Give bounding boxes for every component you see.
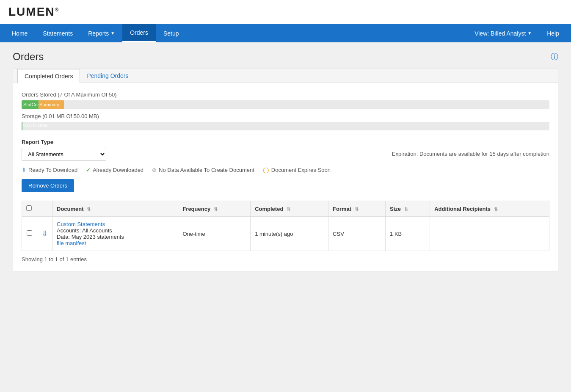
sort-size-icon[interactable]: ⇅ — [404, 207, 408, 212]
th-size: Size ⇅ — [386, 201, 430, 217]
sort-frequency-icon[interactable]: ⇅ — [214, 207, 218, 212]
remove-orders-button[interactable]: Remove Orders — [22, 179, 74, 192]
row-completed-cell: 1 minute(s) ago — [251, 217, 328, 251]
th-recipients: Additional Recipients ⇅ — [430, 201, 549, 217]
legend-expires-label: Document Expires Soon — [271, 167, 331, 173]
storage-section: Orders Stored (7 Of A Maximum Of 50) Sta… — [22, 91, 549, 130]
nav-setup[interactable]: Setup — [156, 24, 187, 42]
ban-icon: ⊘ — [152, 167, 157, 173]
showing-text: Showing 1 to 1 of 1 entries — [22, 256, 549, 262]
orders-stored-label: Orders Stored (7 Of A Maximum Of 50) — [22, 91, 549, 98]
pending-orders-tab-label: Pending Orders — [87, 72, 128, 79]
nav-bar: Home Statements Reports ▼ Orders Setup V… — [0, 24, 571, 42]
top-header: LUMEN® — [0, 0, 571, 24]
storage-pct-value: 0.01 — [23, 123, 32, 128]
legend-expires-soon: ◯ Document Expires Soon — [263, 167, 331, 173]
orders-progress-fill: StatCos Summary — [22, 100, 549, 109]
tab-completed-orders[interactable]: Completed Orders — [17, 69, 80, 83]
tab-body: Orders Stored (7 Of A Maximum Of 50) Sta… — [13, 83, 558, 271]
download-icon: ⇩ — [22, 167, 26, 173]
completed-orders-tab-label: Completed Orders — [25, 73, 73, 80]
nav-setup-label: Setup — [163, 30, 179, 37]
nav-view-analyst[interactable]: View: Billed Analyst ▼ — [467, 25, 539, 42]
row-download-icon-cell: ⇩ — [37, 217, 52, 251]
nav-orders[interactable]: Orders — [122, 24, 156, 42]
clock-icon: ◯ — [263, 167, 269, 173]
row-checkbox-cell — [22, 217, 37, 251]
row-download-icon[interactable]: ⇩ — [41, 229, 48, 238]
expiration-text: Expiration: Documents are available for … — [392, 151, 549, 157]
legend-downloaded-label: Already Downloaded — [93, 167, 143, 173]
th-icon — [37, 201, 52, 217]
report-type-label: Report Type — [22, 139, 106, 145]
row-size-cell: 1 KB — [386, 217, 430, 251]
row-checkbox[interactable] — [27, 230, 32, 236]
legend-ready-label: Ready To Download — [28, 167, 77, 173]
report-type-select[interactable]: All Statements Custom Statements Invoice… — [22, 148, 106, 161]
row-doc-accounts: Accounts: All Accounts — [57, 227, 112, 234]
nav-reports[interactable]: Reports ▼ — [80, 24, 122, 42]
th-completed: Completed ⇅ — [251, 201, 328, 217]
orders-progress-track: StatCos Summary — [22, 100, 549, 109]
page-header: Orders ⓘ — [13, 51, 558, 63]
report-type-row: Report Type All Statements Custom Statem… — [22, 139, 549, 161]
nav-help-label: Help — [547, 30, 559, 37]
progress-segment-summary: Summary — [39, 100, 64, 109]
th-document-label: Document — [57, 206, 84, 212]
nav-view-analyst-label: View: Billed Analyst — [474, 30, 526, 37]
legend-no-data: ⊘ No Data Available To Create Document — [152, 167, 254, 173]
nav-statements[interactable]: Statements — [35, 24, 80, 42]
sort-recipients-icon[interactable]: ⇅ — [494, 207, 498, 212]
page-content: Orders ⓘ Completed Orders Pending Orders… — [0, 42, 571, 375]
row-doc-data: Data: May 2023 statements — [57, 234, 124, 240]
nav-right: View: Billed Analyst ▼ Help — [467, 24, 567, 42]
storage-progress-track: 0.01% Used — [22, 122, 549, 130]
orders-table: Document ⇅ Frequency ⇅ Completed ⇅ For — [22, 201, 549, 251]
progress-segment-statcos: StatCos — [22, 100, 39, 109]
storage-progress-fill: 0.01% Used — [22, 122, 22, 130]
check-icon: ✔ — [86, 167, 91, 173]
row-format-cell: CSV — [328, 217, 386, 251]
legend-already-downloaded: ✔ Already Downloaded — [86, 167, 143, 173]
table-row: ⇩ Custom Statements Accounts: All Accoun… — [22, 217, 549, 251]
sort-completed-icon[interactable]: ⇅ — [287, 207, 290, 212]
summary-label: Summary — [39, 102, 59, 107]
select-all-checkbox[interactable] — [26, 205, 32, 211]
analyst-caret-icon: ▼ — [527, 31, 532, 36]
sort-document-icon[interactable]: ⇅ — [87, 207, 91, 212]
legend-nodata-label: No Data Available To Create Document — [159, 167, 254, 173]
row-recipients-cell — [430, 217, 549, 251]
storage-used-text: 0.01% Used — [23, 123, 49, 128]
row-doc-name-link[interactable]: Custom Statements — [57, 221, 105, 227]
th-frequency-label: Frequency — [182, 206, 210, 212]
nav-home[interactable]: Home — [4, 24, 35, 42]
row-doc-manifest-link[interactable]: file manifest — [57, 240, 86, 246]
th-select-all — [22, 201, 37, 217]
logo: LUMEN® — [8, 5, 563, 19]
legend-row: ⇩ Ready To Download ✔ Already Downloaded… — [22, 167, 549, 173]
table-body: ⇩ Custom Statements Accounts: All Accoun… — [22, 217, 549, 251]
th-size-label: Size — [390, 206, 401, 212]
help-circle-icon[interactable]: ⓘ — [551, 52, 558, 62]
th-document: Document ⇅ — [52, 201, 178, 217]
th-frequency: Frequency ⇅ — [178, 201, 251, 217]
row-document-cell: Custom Statements Accounts: All Accounts… — [52, 217, 178, 251]
statcos-label: StatCos — [23, 102, 40, 107]
th-recipients-label: Additional Recipients — [434, 206, 491, 212]
table-head: Document ⇅ Frequency ⇅ Completed ⇅ For — [22, 201, 549, 217]
table-header-row: Document ⇅ Frequency ⇅ Completed ⇅ For — [22, 201, 549, 217]
reports-caret-icon: ▼ — [110, 31, 115, 36]
tab-header: Completed Orders Pending Orders — [13, 69, 558, 83]
nav-help[interactable]: Help — [539, 25, 567, 42]
tab-pending-orders[interactable]: Pending Orders — [80, 69, 135, 83]
storage-used-suffix: % Used — [32, 123, 49, 128]
sort-format-icon[interactable]: ⇅ — [355, 207, 359, 212]
nav-orders-label: Orders — [130, 29, 148, 36]
tab-container: Completed Orders Pending Orders Orders S… — [13, 69, 558, 271]
nav-statements-label: Statements — [43, 30, 73, 37]
th-format: Format ⇅ — [328, 201, 386, 217]
storage-mb-label: Storage (0.01 MB Of 50.00 MB) — [22, 113, 549, 119]
nav-home-label: Home — [12, 30, 28, 37]
th-format-label: Format — [333, 206, 351, 212]
th-completed-label: Completed — [255, 206, 283, 212]
